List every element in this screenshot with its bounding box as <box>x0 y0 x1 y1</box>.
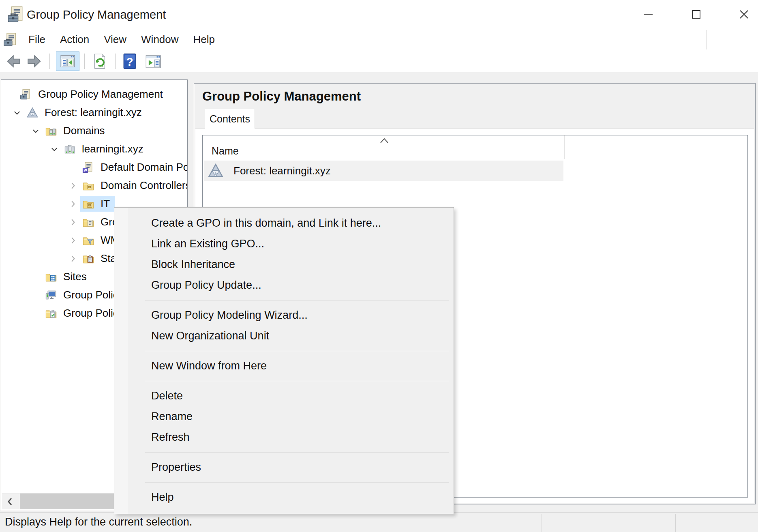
toolbar-divider <box>49 54 50 69</box>
scroll-left-icon <box>4 496 16 508</box>
menubar-divider <box>706 30 707 49</box>
tree-item-forest-learningit-xyz[interactable]: Forest: learningit.xyz <box>1 103 188 122</box>
tree-item-label: Sites <box>63 270 87 283</box>
toolbar-divider <box>84 54 85 69</box>
menu-window[interactable]: Window <box>134 29 186 50</box>
sites-icon <box>45 271 57 283</box>
results-icon <box>45 307 57 320</box>
help-button[interactable] <box>121 52 139 71</box>
column-header-name[interactable]: Name <box>212 145 239 157</box>
close-icon <box>738 8 750 20</box>
tree-item-label: Forest: learningit.xyz <box>45 106 142 119</box>
menu-help[interactable]: Help <box>186 29 222 50</box>
tree-item-content[interactable]: Default Domain Policy <box>80 159 188 175</box>
menu-action[interactable]: Action <box>53 29 96 50</box>
menu-bar: FileActionViewWindowHelp <box>0 29 758 51</box>
tree-item-content[interactable]: Domain Controllers <box>80 178 188 193</box>
status-bar: Displays Help for the current selection. <box>0 512 758 532</box>
menu-items: FileActionViewWindowHelp <box>21 29 222 50</box>
menu-view[interactable]: View <box>96 29 134 50</box>
forward-button[interactable] <box>26 54 42 69</box>
menu-item-group-policy-update[interactable]: Group Policy Update... <box>114 275 454 296</box>
statusbar-divider <box>675 514 676 532</box>
show-window-button[interactable] <box>143 53 164 71</box>
refresh-icon <box>91 52 108 70</box>
gpm-icon <box>20 88 32 101</box>
app-icon <box>7 5 26 24</box>
menu-separator <box>145 452 449 453</box>
mmc-icon <box>3 32 19 48</box>
list-item-label: Forest: learningit.xyz <box>233 165 331 177</box>
forest-icon <box>26 107 39 119</box>
scrollbar-thumb[interactable] <box>20 493 115 509</box>
wmi-icon <box>82 234 94 247</box>
toolbar-divider <box>115 54 116 69</box>
menu-item-create-a-gpo-in-this-domain-and-link-it-here[interactable]: Create a GPO in this domain, and Link it… <box>114 213 454 234</box>
column-divider[interactable] <box>564 135 565 159</box>
tree-item-group-policy-management[interactable]: Group Policy Management <box>1 85 188 103</box>
domains-icon <box>45 125 57 137</box>
domain-icon <box>64 143 76 155</box>
console-tree-icon <box>59 53 76 69</box>
tree-item-default-domain-policy[interactable]: Default Domain Policy <box>1 158 188 176</box>
tree-item-content[interactable]: Forest: learningit.xyz <box>24 105 147 120</box>
menu-item-group-policy-modeling-wizard[interactable]: Group Policy Modeling Wizard... <box>114 305 454 326</box>
back-button[interactable] <box>6 54 22 69</box>
window-title: Group Policy Management <box>27 0 166 29</box>
tree-item-label: Default Domain Policy <box>101 161 188 174</box>
tab-contents[interactable]: Contents <box>205 109 255 129</box>
refresh-button[interactable] <box>90 52 109 71</box>
menu-separator <box>145 300 449 300</box>
forest-icon <box>208 163 224 179</box>
tree-item-label: Group Policy Management <box>38 88 163 101</box>
tree-item-label: Domain Controllers <box>101 179 188 192</box>
starter-icon <box>82 253 94 265</box>
sort-ascending-icon <box>379 137 389 144</box>
menu-item-help[interactable]: Help <box>114 487 454 508</box>
ou-icon <box>82 198 94 210</box>
tree-item-domain-controllers[interactable]: Domain Controllers <box>1 176 188 195</box>
gpo-link-icon <box>82 161 94 174</box>
menu-file[interactable]: File <box>21 29 53 50</box>
gpo-folder-icon <box>82 216 94 228</box>
menu-separator <box>145 482 449 483</box>
tree-item-domains[interactable]: Domains <box>1 122 188 140</box>
tree-item-learningit-xyz[interactable]: learningit.xyz <box>1 140 188 158</box>
show-window-icon <box>144 53 163 70</box>
title-bar: Group Policy Management <box>0 0 758 30</box>
tree-item-content[interactable]: learningit.xyz <box>62 141 148 157</box>
tree-item-label: Domains <box>63 124 105 137</box>
menu-item-new-organizational-unit[interactable]: New Organizational Unit <box>114 326 454 346</box>
list-item-forest[interactable]: Forest: learningit.xyz <box>204 161 563 181</box>
ou-icon <box>82 180 94 192</box>
status-text: Displays Help for the current selection. <box>5 513 192 532</box>
menu-item-rename[interactable]: Rename <box>114 406 454 427</box>
menu-separator <box>145 381 449 381</box>
help-icon <box>122 52 137 70</box>
toolbar <box>0 50 758 73</box>
context-menu: Create a GPO in this domain, and Link it… <box>114 207 454 514</box>
tree-item-label: learningit.xyz <box>82 143 143 155</box>
tree-selection[interactable]: IT <box>80 196 115 212</box>
maximize-button[interactable] <box>683 0 709 28</box>
tree-item-content[interactable]: Group Policy Management <box>18 86 168 102</box>
tree-item-content[interactable]: Domains <box>43 123 110 139</box>
menu-item-delete[interactable]: Delete <box>114 386 454 406</box>
tab-label: Contents <box>210 113 250 125</box>
maximize-icon <box>690 8 702 20</box>
minimize-button[interactable] <box>636 0 661 28</box>
menu-item-link-an-existing-gpo[interactable]: Link an Existing GPO... <box>114 234 454 254</box>
results-pane-title: Group Policy Management <box>202 89 361 104</box>
scroll-left-button[interactable] <box>2 493 19 509</box>
back-icon <box>6 54 21 69</box>
show-console-tree-button[interactable] <box>56 51 79 71</box>
menu-item-properties[interactable]: Properties <box>114 457 454 478</box>
statusbar-divider <box>542 514 542 532</box>
forward-icon <box>26 54 42 69</box>
menu-item-block-inheritance[interactable]: Block Inheritance <box>114 254 454 275</box>
close-button[interactable] <box>731 0 756 28</box>
menu-item-new-window-from-here[interactable]: New Window from Here <box>114 356 454 376</box>
tree-item-content[interactable]: Sites <box>43 269 92 285</box>
menu-item-refresh[interactable]: Refresh <box>114 427 454 448</box>
tree-item-label: IT <box>101 197 110 210</box>
